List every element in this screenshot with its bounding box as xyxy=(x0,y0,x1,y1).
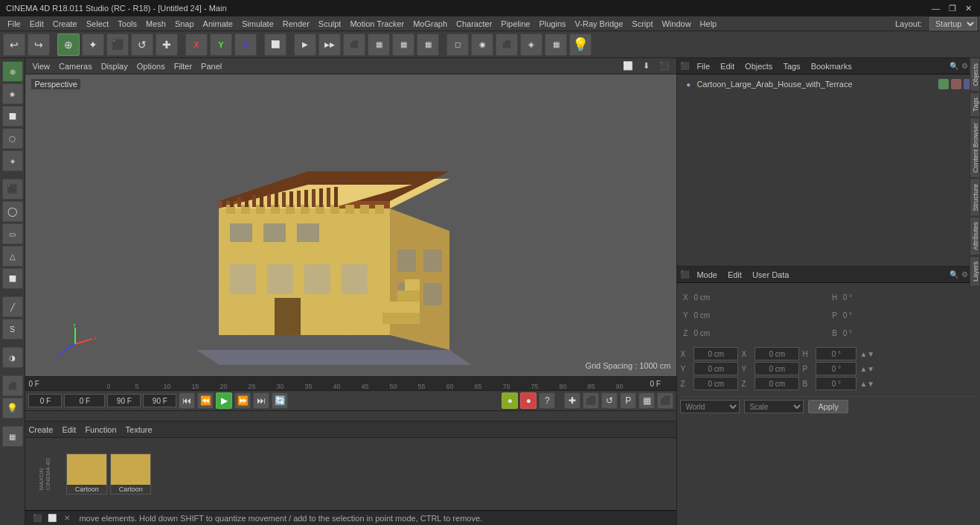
start-frame-input[interactable] xyxy=(64,394,105,407)
lp-light[interactable]: 💡 xyxy=(2,398,23,419)
zaxis-button[interactable]: Z xyxy=(234,34,257,56)
light-button[interactable]: 💡 xyxy=(569,34,592,56)
search-icon[interactable]: 🔍 xyxy=(949,62,958,70)
pos-button[interactable]: P xyxy=(620,392,636,409)
lp-spline[interactable]: ╱ xyxy=(2,296,23,317)
view-menu[interactable]: View xyxy=(28,62,54,71)
status-icon3[interactable]: ✕ xyxy=(61,512,73,524)
rotate-button[interactable]: ↺ xyxy=(131,34,153,56)
maximize-button[interactable]: ❐ xyxy=(947,4,958,13)
obj-edit-btn[interactable]: Edit xyxy=(717,62,737,71)
lp-move-tool[interactable]: ⊕ xyxy=(2,61,23,82)
motion-path-button[interactable]: ✚ xyxy=(564,392,580,409)
y-size-input[interactable] xyxy=(755,362,799,375)
lp-polygon[interactable]: ▦ xyxy=(2,426,23,447)
tab-structure[interactable]: Structure xyxy=(970,179,980,217)
layout-select[interactable]: Startup xyxy=(929,17,977,31)
go-end-button[interactable]: ⏭ xyxy=(253,392,269,409)
menu-motion-tracker[interactable]: Motion Tracker xyxy=(345,19,409,28)
mat-texture[interactable]: Texture xyxy=(126,425,153,434)
texture-button[interactable]: ▦ xyxy=(545,34,567,56)
obj-render-icon[interactable] xyxy=(951,79,961,89)
viewport-icon-3[interactable]: ⬛ xyxy=(656,61,673,71)
select-button[interactable]: ✦ xyxy=(82,34,104,56)
world-dropdown[interactable]: World Object xyxy=(680,400,740,413)
viewport[interactable]: Grid Spacing : 1000 cm Perspective X Y Z xyxy=(25,74,676,376)
obj-settings-icon[interactable]: ⚙ xyxy=(961,62,968,70)
cameras-menu[interactable]: Cameras xyxy=(55,62,96,71)
h-input[interactable] xyxy=(816,347,856,360)
prev-frame-button[interactable]: ⏪ xyxy=(197,392,214,409)
move-button[interactable]: ⊕ xyxy=(57,34,80,56)
obj-objects-btn[interactable]: Objects xyxy=(742,62,775,71)
auto-key-button[interactable]: ● xyxy=(520,392,537,409)
preview-end-input[interactable] xyxy=(143,394,176,407)
lp-sphere[interactable]: ◯ xyxy=(2,201,23,222)
menu-render[interactable]: Render xyxy=(278,19,314,28)
rotation-button[interactable]: ↺ xyxy=(601,392,618,409)
object-button[interactable]: ◻ xyxy=(446,34,469,56)
lp-cylinder[interactable]: ▭ xyxy=(2,223,23,244)
y-position-input[interactable] xyxy=(694,362,738,375)
display-menu[interactable]: Display xyxy=(97,62,132,71)
menu-edit[interactable]: Edit xyxy=(25,19,48,28)
viewport-icon-2[interactable]: ⬇ xyxy=(639,61,653,71)
attr-mode-btn[interactable]: Mode xyxy=(694,270,720,279)
obj-vis-icon[interactable] xyxy=(938,79,949,89)
close-button[interactable]: ✕ xyxy=(963,4,974,13)
end-frame-input[interactable] xyxy=(107,394,141,407)
loop-button[interactable]: 🔄 xyxy=(272,392,288,409)
redo-button[interactable]: ↪ xyxy=(28,34,50,56)
record-key-button[interactable]: ● xyxy=(502,392,518,409)
tab-objects[interactable]: Objects xyxy=(970,58,980,92)
menu-help[interactable]: Help xyxy=(696,19,722,28)
frame-button[interactable]: ⬛ xyxy=(657,392,673,409)
obj-tags-btn[interactable]: Tags xyxy=(780,62,803,71)
menu-character[interactable]: Character xyxy=(452,19,496,28)
go-start-button[interactable]: ⏮ xyxy=(179,392,195,409)
mat-create[interactable]: Create xyxy=(28,425,53,434)
z-size-input[interactable] xyxy=(755,377,799,390)
grid-button[interactable]: ▦ xyxy=(638,392,655,409)
p-input[interactable] xyxy=(816,362,856,375)
menu-sculpt[interactable]: Sculpt xyxy=(314,19,346,28)
menu-mesh[interactable]: Mesh xyxy=(141,19,170,28)
options-menu[interactable]: Options xyxy=(133,62,169,71)
material-cartoon2[interactable]: Cartoon xyxy=(110,454,151,494)
tc-spacer1[interactable] xyxy=(557,392,562,409)
render-settings[interactable]: ⬛ xyxy=(496,34,518,56)
menu-mograph[interactable]: MoGraph xyxy=(409,19,452,28)
undo-button[interactable]: ↩ xyxy=(3,34,25,56)
menu-select[interactable]: Select xyxy=(82,19,114,28)
obj-file-btn[interactable]: File xyxy=(694,62,713,71)
key-help-button[interactable]: ? xyxy=(539,392,555,409)
lp-select-free[interactable]: ◈ xyxy=(2,150,23,171)
lp-select-circle[interactable]: ◯ xyxy=(2,128,23,149)
lp-sculpt[interactable]: ◑ xyxy=(2,347,23,368)
mat-function[interactable]: Function xyxy=(85,425,116,434)
menu-snap[interactable]: Snap xyxy=(170,19,199,28)
attr-userdata-btn[interactable]: User Data xyxy=(749,270,792,279)
tab-tags[interactable]: Tags xyxy=(970,92,980,117)
lp-select-rect[interactable]: ⬜ xyxy=(2,106,23,127)
tab-attributes[interactable]: Attributes xyxy=(970,217,980,255)
record2-button[interactable]: ▶▶ xyxy=(318,34,341,56)
menu-script[interactable]: Script xyxy=(627,19,657,28)
h-stepper[interactable]: ▲▼ xyxy=(859,350,874,358)
menu-simulate[interactable]: Simulate xyxy=(237,19,278,28)
material-cartoon1[interactable]: Cartoon xyxy=(66,454,107,494)
fcurve-button[interactable]: ▦ xyxy=(417,34,439,56)
scale-dropdown[interactable]: Scale xyxy=(744,400,804,413)
attr-search-icon[interactable]: 🔍 xyxy=(949,270,958,279)
menu-plugins[interactable]: Plugins xyxy=(534,19,570,28)
render-btn[interactable]: ◉ xyxy=(471,34,493,56)
menu-window[interactable]: Window xyxy=(657,19,695,28)
scale-button[interactable]: ⬛ xyxy=(106,34,129,56)
lp-bezier[interactable]: S xyxy=(2,319,23,340)
x-position-input[interactable] xyxy=(694,347,738,360)
current-frame-input[interactable]: 0 F xyxy=(28,394,62,407)
z-position-input[interactable] xyxy=(694,377,738,390)
lp-cube[interactable]: ⬛ xyxy=(2,179,23,200)
x-size-input[interactable] xyxy=(755,347,799,360)
tab-layers[interactable]: Layers xyxy=(970,256,980,287)
